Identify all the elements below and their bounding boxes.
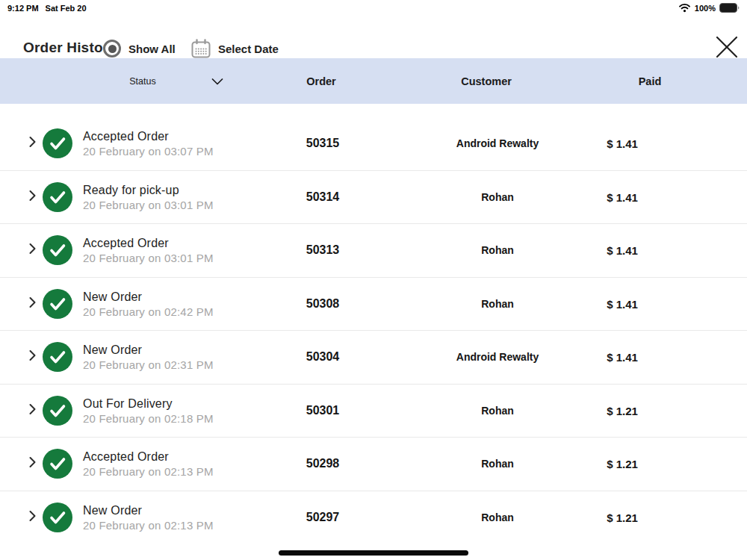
app-header: Order History Show All Select Date: [0, 15, 747, 58]
order-status: Accepted Order: [83, 237, 214, 250]
order-datetime: 20 February on 03:01 PM: [83, 198, 214, 211]
order-datetime: 20 February on 02:31 PM: [83, 358, 214, 371]
order-status-block: Accepted Order 20 February on 02:13 PM: [83, 450, 214, 478]
paid-amount: $ 1.21: [607, 511, 638, 524]
table-row[interactable]: Accepted Order 20 February on 03:07 PM 5…: [0, 117, 747, 171]
status-bar: 9:12 PM Sat Feb 20 100%: [0, 0, 747, 15]
table-row[interactable]: Accepted Order 20 February on 03:01 PM 5…: [0, 224, 747, 278]
home-indicator[interactable]: [279, 550, 468, 556]
column-header-status: Status: [129, 76, 155, 87]
chevron-right-icon[interactable]: [29, 511, 36, 525]
order-status-block: Out For Delivery 20 February on 02:18 PM: [83, 396, 214, 424]
column-header-paid: Paid: [639, 75, 662, 87]
order-number: 50313: [306, 243, 340, 257]
paid-amount: $ 1.41: [607, 137, 638, 150]
order-status-block: Accepted Order 20 February on 03:01 PM: [83, 237, 214, 264]
status-time: 9:12 PM: [7, 4, 39, 13]
paid-amount: $ 1.41: [607, 244, 638, 257]
chevron-right-icon[interactable]: [29, 350, 36, 364]
battery-percent: 100%: [695, 4, 716, 13]
show-all-radio[interactable]: [103, 40, 121, 57]
check-circle-icon: [43, 396, 72, 426]
chevron-right-icon[interactable]: [29, 137, 36, 151]
check-circle-icon: [43, 449, 72, 479]
order-datetime: 20 February on 03:07 PM: [83, 145, 214, 158]
calendar-icon[interactable]: [190, 38, 212, 60]
paid-amount: $ 1.41: [607, 190, 638, 203]
wifi-icon: [678, 3, 691, 14]
check-circle-icon: [43, 235, 72, 265]
order-datetime: 20 February on 02:42 PM: [83, 305, 214, 317]
chevron-right-icon[interactable]: [29, 243, 36, 258]
customer-name: Rohan: [481, 298, 514, 310]
table-row[interactable]: New Order 20 February on 02:31 PM 50304 …: [0, 331, 747, 385]
order-status-block: Ready for pick-up 20 February on 03:01 P…: [83, 183, 214, 211]
paid-amount: $ 1.41: [607, 297, 638, 310]
order-number: 50314: [306, 190, 340, 204]
order-datetime: 20 February on 02:13 PM: [83, 465, 214, 478]
chevron-right-icon[interactable]: [29, 190, 36, 204]
order-history-screen: 9:12 PM Sat Feb 20 100% Order History: [0, 0, 747, 560]
table-row[interactable]: New Order 20 February on 02:13 PM 50297 …: [0, 491, 747, 545]
order-number: 50308: [306, 297, 340, 311]
order-status: Out For Delivery: [83, 396, 214, 410]
customer-name: Rohan: [481, 458, 514, 470]
column-header-customer: Customer: [461, 75, 512, 87]
chevron-down-icon[interactable]: [211, 75, 223, 88]
check-circle-icon: [43, 503, 72, 532]
order-list: Accepted Order 20 February on 03:07 PM 5…: [0, 104, 747, 544]
order-status-block: New Order 20 February on 02:42 PM: [83, 290, 214, 317]
order-number: 50304: [306, 350, 340, 364]
paid-amount: $ 1.21: [607, 404, 638, 417]
check-circle-icon: [43, 128, 72, 158]
chevron-right-icon[interactable]: [29, 296, 36, 311]
order-status: New Order: [83, 290, 214, 303]
order-status: New Order: [83, 343, 214, 357]
order-datetime: 20 February on 02:18 PM: [83, 411, 214, 424]
paid-amount: $ 1.41: [607, 351, 638, 364]
order-status: New Order: [83, 504, 214, 517]
chevron-right-icon[interactable]: [29, 457, 36, 471]
order-number: 50315: [306, 137, 340, 150]
battery-full-icon: [719, 3, 740, 14]
show-all-label[interactable]: Show All: [128, 43, 176, 55]
radio-selected-icon: [108, 45, 117, 53]
table-row[interactable]: Accepted Order 20 February on 02:13 PM 5…: [0, 438, 747, 491]
order-status: Ready for pick-up: [83, 183, 214, 196]
order-number: 50301: [306, 404, 340, 417]
column-header-order: Order: [306, 75, 336, 87]
check-circle-icon: [43, 182, 72, 212]
table-row[interactable]: Ready for pick-up 20 February on 03:01 P…: [0, 171, 747, 225]
order-status-block: Accepted Order 20 February on 03:07 PM: [83, 130, 214, 158]
table-header: Status Order Customer Paid: [0, 58, 747, 104]
order-number: 50298: [306, 457, 340, 470]
check-circle-icon: [43, 342, 72, 372]
table-row[interactable]: Out For Delivery 20 February on 02:18 PM…: [0, 385, 747, 438]
customer-name: Rohan: [481, 244, 514, 256]
table-row[interactable]: New Order 20 February on 02:42 PM 50308 …: [0, 278, 747, 332]
order-number: 50297: [306, 511, 340, 524]
order-datetime: 20 February on 03:01 PM: [83, 252, 214, 264]
chevron-right-icon[interactable]: [29, 403, 36, 417]
paid-amount: $ 1.21: [607, 458, 638, 470]
check-circle-icon: [43, 289, 72, 319]
order-status-block: New Order 20 February on 02:31 PM: [83, 343, 214, 371]
customer-name: Rohan: [481, 511, 514, 523]
customer-name: Android Rewalty: [456, 351, 539, 363]
close-icon[interactable]: [716, 36, 738, 58]
order-status-block: New Order 20 February on 02:13 PM: [83, 504, 214, 532]
customer-name: Rohan: [481, 405, 514, 417]
customer-name: Rohan: [481, 191, 514, 203]
order-status: Accepted Order: [83, 130, 214, 143]
select-date-label[interactable]: Select Date: [218, 43, 279, 55]
order-datetime: 20 February on 02:13 PM: [83, 519, 214, 532]
order-status: Accepted Order: [83, 450, 214, 464]
status-date: Sat Feb 20: [46, 4, 87, 13]
customer-name: Android Rewalty: [456, 137, 539, 149]
